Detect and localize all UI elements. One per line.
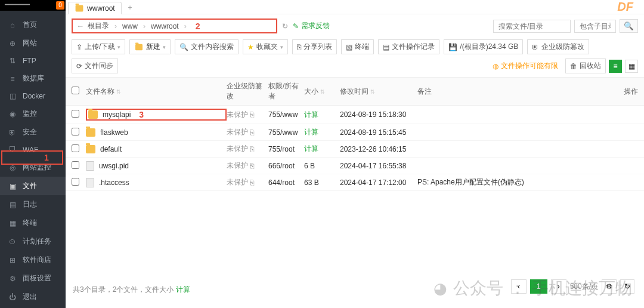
- tab-folder-icon: [76, 5, 83, 11]
- btn-label: 企业级防篡改: [541, 42, 584, 52]
- sidebar-item-label: 文件: [23, 181, 37, 191]
- sidebar-item-watch[interactable]: ◎网站监控: [0, 158, 66, 177]
- row-checkbox[interactable]: [72, 144, 79, 152]
- sidebar-item-label: 首页: [23, 20, 37, 30]
- table-row[interactable]: mysqlapi3 未保护 ⎘ 755/www 计算 2024-08-19 15…: [66, 106, 644, 124]
- page-next-button[interactable]: ›: [551, 279, 566, 294]
- perm-value: 755/root: [268, 145, 304, 153]
- col-name[interactable]: 文件名称 ⇅: [86, 87, 227, 97]
- share-list-button[interactable]: ⎘分享列表: [292, 39, 337, 54]
- lock-icon: ⎘: [250, 128, 254, 137]
- sidebar-item-label: 软件商店: [23, 255, 51, 265]
- btn-label: 收藏夹: [256, 42, 278, 52]
- file-icon: [86, 178, 94, 187]
- favorites-button[interactable]: ★收藏夹▾: [243, 39, 288, 54]
- page-refresh-button[interactable]: ↻: [620, 279, 634, 294]
- compute-link[interactable]: 计算: [304, 110, 318, 119]
- table-row[interactable]: default 未保护 ⎘ 755/root 计算 2023-12-26 10:…: [66, 141, 644, 158]
- upload-download-button[interactable]: ⇪上传/下载▾: [72, 39, 125, 54]
- mtime-value: 2024-08-19 15:15:45: [340, 128, 417, 137]
- sidebar-item-site[interactable]: ⊕网站: [0, 34, 66, 53]
- ftp-icon: ⇅: [8, 57, 17, 65]
- new-button[interactable]: 新建▾: [129, 39, 171, 54]
- protection-value: 未保护 ⎘: [227, 177, 268, 187]
- terminal-button[interactable]: ▧终端: [341, 39, 374, 54]
- table-row[interactable]: flaskweb 未保护 ⎘ 755/www 计算 2024-08-19 15:…: [66, 124, 644, 141]
- crumb-root[interactable]: 根目录: [88, 21, 109, 31]
- refresh-icon[interactable]: ↻: [282, 22, 288, 30]
- file-name: uwsgi.pid: [99, 162, 129, 170]
- path-bar: ← 根目录› www› wwwroot› 2 ↻ ✎需求反馈 🔍: [66, 14, 644, 38]
- sidebar-host: ━━━━━━━: [5, 1, 30, 8]
- pencil-icon: ✎: [293, 22, 299, 30]
- sidebar-item-label: 终端: [23, 218, 37, 228]
- btn-label: 分享列表: [304, 42, 332, 52]
- docker-icon: ◫: [8, 92, 17, 100]
- select-all-checkbox[interactable]: [72, 87, 79, 94]
- footer-compute-link[interactable]: 计算: [176, 285, 190, 295]
- row-checkbox[interactable]: [72, 110, 79, 118]
- crumb-wwwroot[interactable]: wwwroot: [151, 22, 179, 30]
- search-area: 🔍: [493, 19, 638, 33]
- row-checkbox[interactable]: [72, 178, 79, 186]
- filesync-button[interactable]: ⟳文件同步: [72, 58, 118, 73]
- sidebar-notify-badge[interactable]: 0: [56, 1, 64, 10]
- lock-icon: ⎘: [250, 178, 254, 187]
- tab-bar: wwwroot ＋: [66, 0, 644, 14]
- sidebar-item-ftp[interactable]: ⇅FTP: [0, 53, 66, 69]
- sidebar-item-terminal[interactable]: ▦终端: [0, 214, 66, 232]
- table-row[interactable]: .htaccess 未保护 ⎘ 644/root 63 B 2024-04-17…: [66, 174, 644, 191]
- feedback-label: 需求反馈: [301, 21, 330, 31]
- sidebar-item-store[interactable]: ⊞软件商店: [0, 251, 66, 269]
- tab-add-button[interactable]: ＋: [124, 2, 136, 13]
- lock-icon: ⎘: [250, 110, 254, 119]
- lock-icon: ⎘: [250, 162, 254, 170]
- sidebar-item-monitor[interactable]: ◉监控: [0, 104, 66, 123]
- disk-usage-button[interactable]: 💾/(根目录)24.34 GB: [444, 39, 523, 54]
- grid-view-toggle[interactable]: ▦: [625, 60, 638, 73]
- folder-icon: [86, 128, 95, 137]
- search-button[interactable]: 🔍: [620, 19, 638, 33]
- col-size[interactable]: 大小 ⇅: [304, 87, 340, 97]
- row-checkbox[interactable]: [72, 128, 79, 135]
- sidebar-item-label: 安全: [23, 127, 37, 137]
- search-content-button[interactable]: 🔍文件内容搜索: [175, 39, 239, 54]
- sidebar-item-cron[interactable]: ⏲计划任务: [0, 232, 66, 251]
- compute-link[interactable]: 计算: [304, 128, 318, 136]
- sidebar-item-home[interactable]: ⌂首页: [0, 16, 66, 34]
- sidebar-item-db[interactable]: ≡数据库: [0, 69, 66, 88]
- sidebar-item-log[interactable]: ▤日志: [0, 195, 66, 214]
- crumb-www[interactable]: www: [122, 22, 138, 30]
- per-page-suffix: 条/页: [582, 282, 598, 291]
- sidebar-item-exit[interactable]: ⏻退出: [0, 288, 66, 306]
- page-current[interactable]: 1: [530, 279, 547, 294]
- sidebar-item-label: FTP: [23, 57, 36, 65]
- ops-record-button[interactable]: ▤文件操作记录: [378, 39, 439, 54]
- tab-wwwroot[interactable]: wwwroot: [68, 2, 122, 14]
- trash-button[interactable]: 🗑回收站: [565, 58, 606, 73]
- row-checkbox[interactable]: [72, 161, 79, 169]
- page-size-value: 500: [570, 282, 582, 291]
- sidebar-item-files[interactable]: ▣文件: [0, 177, 66, 195]
- sidebar-item-waf[interactable]: ⛉WAF: [0, 141, 66, 158]
- terminal-icon: ▧: [346, 43, 352, 51]
- table-row[interactable]: uwsgi.pid 未保护 ⎘ 666/root 6 B 2024-04-17 …: [66, 158, 644, 174]
- feedback-link[interactable]: ✎需求反馈: [293, 21, 330, 31]
- sidebar-item-settings[interactable]: ⚙面板设置: [0, 269, 66, 288]
- search-icon: 🔍: [179, 43, 188, 51]
- protection-value: 未保护 ⎘: [227, 161, 268, 171]
- tab-label: wwwroot: [87, 4, 115, 13]
- compute-link[interactable]: 计算: [304, 144, 318, 153]
- col-mtime[interactable]: 修改时间 ⇅: [340, 87, 417, 97]
- tamper-button[interactable]: ⛨企业级防篡改: [527, 39, 589, 54]
- terminal-icon: ▦: [8, 219, 17, 227]
- search-input[interactable]: [493, 20, 571, 33]
- page-prev-button[interactable]: ‹: [511, 279, 527, 294]
- page-settings-button[interactable]: ⚙: [602, 279, 617, 294]
- sub-dir-input[interactable]: [574, 20, 616, 33]
- breadcrumb: ← 根目录› www› wwwroot› 2: [72, 19, 277, 33]
- list-view-toggle[interactable]: ≡: [609, 60, 622, 73]
- sidebar-item-docker[interactable]: ◫Docker: [0, 88, 66, 104]
- back-icon[interactable]: ←: [76, 21, 84, 30]
- sidebar-item-security[interactable]: ⛨安全: [0, 123, 66, 141]
